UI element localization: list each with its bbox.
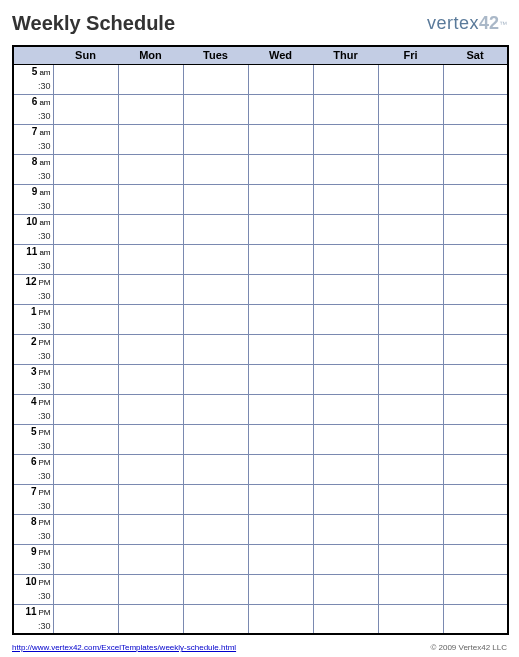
schedule-cell[interactable] xyxy=(53,124,118,139)
schedule-cell[interactable] xyxy=(313,304,378,319)
schedule-cell[interactable] xyxy=(443,139,508,154)
schedule-cell[interactable] xyxy=(248,94,313,109)
schedule-cell[interactable] xyxy=(118,484,183,499)
schedule-cell[interactable] xyxy=(313,559,378,574)
schedule-cell[interactable] xyxy=(118,574,183,589)
schedule-cell[interactable] xyxy=(313,589,378,604)
schedule-cell[interactable] xyxy=(183,184,248,199)
schedule-cell[interactable] xyxy=(443,544,508,559)
schedule-cell[interactable] xyxy=(118,64,183,79)
schedule-cell[interactable] xyxy=(378,259,443,274)
schedule-cell[interactable] xyxy=(248,274,313,289)
schedule-cell[interactable] xyxy=(378,619,443,634)
schedule-cell[interactable] xyxy=(443,124,508,139)
schedule-cell[interactable] xyxy=(248,604,313,619)
schedule-cell[interactable] xyxy=(313,409,378,424)
schedule-cell[interactable] xyxy=(183,229,248,244)
schedule-cell[interactable] xyxy=(183,319,248,334)
schedule-cell[interactable] xyxy=(443,424,508,439)
schedule-cell[interactable] xyxy=(183,274,248,289)
schedule-cell[interactable] xyxy=(183,304,248,319)
schedule-cell[interactable] xyxy=(313,64,378,79)
schedule-cell[interactable] xyxy=(183,589,248,604)
schedule-cell[interactable] xyxy=(183,574,248,589)
schedule-cell[interactable] xyxy=(443,64,508,79)
schedule-cell[interactable] xyxy=(248,154,313,169)
schedule-cell[interactable] xyxy=(183,439,248,454)
schedule-cell[interactable] xyxy=(183,529,248,544)
schedule-cell[interactable] xyxy=(313,274,378,289)
schedule-cell[interactable] xyxy=(378,154,443,169)
schedule-cell[interactable] xyxy=(443,274,508,289)
schedule-cell[interactable] xyxy=(313,109,378,124)
schedule-cell[interactable] xyxy=(248,124,313,139)
schedule-cell[interactable] xyxy=(378,214,443,229)
schedule-cell[interactable] xyxy=(313,379,378,394)
schedule-cell[interactable] xyxy=(53,454,118,469)
schedule-cell[interactable] xyxy=(53,334,118,349)
schedule-cell[interactable] xyxy=(248,139,313,154)
schedule-cell[interactable] xyxy=(53,259,118,274)
schedule-cell[interactable] xyxy=(118,379,183,394)
schedule-cell[interactable] xyxy=(443,379,508,394)
schedule-cell[interactable] xyxy=(53,109,118,124)
schedule-cell[interactable] xyxy=(378,394,443,409)
schedule-cell[interactable] xyxy=(443,169,508,184)
schedule-cell[interactable] xyxy=(378,439,443,454)
schedule-cell[interactable] xyxy=(443,469,508,484)
schedule-cell[interactable] xyxy=(53,604,118,619)
schedule-cell[interactable] xyxy=(313,514,378,529)
schedule-cell[interactable] xyxy=(443,94,508,109)
schedule-cell[interactable] xyxy=(378,499,443,514)
schedule-cell[interactable] xyxy=(53,514,118,529)
schedule-cell[interactable] xyxy=(378,589,443,604)
schedule-cell[interactable] xyxy=(53,394,118,409)
schedule-cell[interactable] xyxy=(53,304,118,319)
schedule-cell[interactable] xyxy=(443,199,508,214)
schedule-cell[interactable] xyxy=(248,169,313,184)
schedule-cell[interactable] xyxy=(118,469,183,484)
schedule-cell[interactable] xyxy=(53,574,118,589)
schedule-cell[interactable] xyxy=(118,259,183,274)
schedule-cell[interactable] xyxy=(53,439,118,454)
schedule-cell[interactable] xyxy=(313,319,378,334)
schedule-cell[interactable] xyxy=(183,514,248,529)
schedule-cell[interactable] xyxy=(248,334,313,349)
schedule-cell[interactable] xyxy=(378,544,443,559)
schedule-cell[interactable] xyxy=(248,214,313,229)
schedule-cell[interactable] xyxy=(118,544,183,559)
schedule-cell[interactable] xyxy=(118,424,183,439)
schedule-cell[interactable] xyxy=(53,619,118,634)
schedule-cell[interactable] xyxy=(248,559,313,574)
schedule-cell[interactable] xyxy=(313,289,378,304)
schedule-cell[interactable] xyxy=(378,184,443,199)
schedule-cell[interactable] xyxy=(118,529,183,544)
schedule-cell[interactable] xyxy=(183,604,248,619)
schedule-cell[interactable] xyxy=(183,154,248,169)
schedule-cell[interactable] xyxy=(183,484,248,499)
schedule-cell[interactable] xyxy=(248,349,313,364)
schedule-cell[interactable] xyxy=(443,484,508,499)
schedule-cell[interactable] xyxy=(53,184,118,199)
schedule-cell[interactable] xyxy=(313,334,378,349)
schedule-cell[interactable] xyxy=(118,214,183,229)
schedule-cell[interactable] xyxy=(378,469,443,484)
schedule-cell[interactable] xyxy=(183,214,248,229)
schedule-cell[interactable] xyxy=(248,259,313,274)
schedule-cell[interactable] xyxy=(118,154,183,169)
schedule-cell[interactable] xyxy=(118,349,183,364)
schedule-cell[interactable] xyxy=(53,379,118,394)
schedule-cell[interactable] xyxy=(313,169,378,184)
schedule-cell[interactable] xyxy=(118,619,183,634)
schedule-cell[interactable] xyxy=(443,349,508,364)
schedule-cell[interactable] xyxy=(313,364,378,379)
schedule-cell[interactable] xyxy=(183,244,248,259)
schedule-cell[interactable] xyxy=(313,484,378,499)
schedule-cell[interactable] xyxy=(248,184,313,199)
schedule-cell[interactable] xyxy=(313,454,378,469)
schedule-cell[interactable] xyxy=(378,169,443,184)
schedule-cell[interactable] xyxy=(53,199,118,214)
schedule-cell[interactable] xyxy=(248,289,313,304)
schedule-cell[interactable] xyxy=(118,274,183,289)
schedule-cell[interactable] xyxy=(118,589,183,604)
